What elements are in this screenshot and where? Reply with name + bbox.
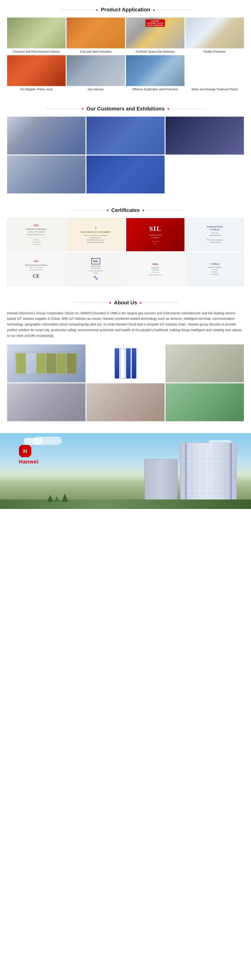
product-img-fire xyxy=(7,55,66,86)
product-app-grid-container: Chemical and Petrochemical Industry Coal… xyxy=(0,18,251,99)
product-img-confined: DANGERCONFINED SPACEWORK REQUIRED xyxy=(126,18,185,48)
cert-left-line xyxy=(70,210,106,210)
certificates-grid-container: SGS Certificate of Conformance Gas Detec… xyxy=(0,218,251,293)
cert-right-diamond: ◆ xyxy=(142,209,144,212)
about-photo-6 xyxy=(166,383,244,421)
product-label-gas: Gas Industry xyxy=(87,86,105,92)
exh-right-line xyxy=(170,108,206,109)
product-item-coal: Coal and Steel Industries xyxy=(66,18,125,54)
cert-doc-3: SIL Functional SafetyCertificate IEC 615… xyxy=(147,224,163,246)
exhibition-item-6 xyxy=(166,156,244,193)
certificates-bottom-row: SGS Type Examination Certificate Product… xyxy=(7,253,244,286)
hanwei-logo: H Hanwei xyxy=(19,445,39,465)
header-line-right: ◆ xyxy=(153,8,191,11)
header-line-left: ◆ xyxy=(60,8,98,11)
cert-header-line-right: ◆ xyxy=(142,209,181,212)
exh-left-diamond: ◆ xyxy=(82,107,84,110)
product-application-title: Product Application xyxy=(101,6,150,13)
right-line xyxy=(156,10,191,10)
about-photos-bottom xyxy=(7,383,244,421)
product-item-water: Water and Sewage Treatment Plants xyxy=(185,55,244,92)
certificates-header: ◆ Certificates ◆ xyxy=(0,200,251,218)
product-item-offshore: Offshore Exploration and Production xyxy=(126,55,185,92)
product-img-offshore xyxy=(126,55,185,86)
exh-right-diamond: ◆ xyxy=(167,107,169,110)
certificate-item-4: Functional SafetyCertificate TÜV SÜD Cer… xyxy=(186,218,244,251)
product-img-water xyxy=(185,55,244,86)
product-label-chemical: Chemical and Petrochemical Industry xyxy=(12,48,61,54)
exhibition-item-3 xyxy=(166,117,244,154)
exhibitions-header: ◆ Our Customers and Exhibitions ◆ xyxy=(0,99,251,117)
product-application-section: ◆ Product Application ◆ Chemical and Pet… xyxy=(0,0,251,99)
certificate-item-1: SGS Certificate of Conformance Gas Detec… xyxy=(7,218,65,251)
logo-text: Hanwei xyxy=(19,459,39,465)
about-left-diamond: ◆ xyxy=(109,301,111,304)
building-image: H Hanwei xyxy=(0,433,251,509)
cert-doc-1: SGS Certificate of Conformance Gas Detec… xyxy=(25,223,47,247)
exh-header-line-left: ◆ xyxy=(45,107,84,110)
cert-doc-7: FDA RegistrationCertificate U.S. Food &D… xyxy=(147,261,163,277)
exh-left-line xyxy=(45,108,81,109)
product-img-facility xyxy=(185,18,244,48)
product-item-chemical: Chemical and Petrochemical Industry xyxy=(7,18,66,54)
cert-right-line xyxy=(145,210,181,210)
product-label-coal: Coal and Steel Industries xyxy=(79,48,112,54)
product-item-fire: Fire Brigade, Police, Army xyxy=(7,55,66,92)
certificate-item-3: SIL Functional SafetyCertificate IEC 615… xyxy=(126,218,185,251)
product-item-gas: Gas Industry xyxy=(66,55,125,92)
exh-header-line-right: ◆ xyxy=(167,107,206,110)
cert-left-diamond: ◆ xyxy=(107,209,109,212)
product-label-offshore: Offshore Exploration and Production xyxy=(131,86,179,92)
logo-symbol: H xyxy=(23,448,27,454)
about-photo-1 xyxy=(7,344,85,382)
product-label-facility: Facility Protection xyxy=(202,48,227,54)
cert-doc-6: bsi. CERTIFICATE ISO 9001:2015 Quality M… xyxy=(88,257,104,282)
product-grid: Chemical and Petrochemical Industry Coal… xyxy=(7,18,244,92)
product-item-confined: DANGERCONFINED SPACEWORK REQUIRED Confin… xyxy=(126,18,185,54)
product-img-coal xyxy=(66,18,125,48)
about-us-header: ◆ About Us ◆ xyxy=(0,293,251,310)
cert-doc-5: SGS Type Examination Certificate Product… xyxy=(24,259,48,280)
about-photo-3 xyxy=(166,344,244,382)
left-line xyxy=(60,10,95,10)
about-us-section: ◆ About Us ◆ Hanwei Electronics Group Co… xyxy=(0,293,251,428)
cert-doc-2: ⚜ ATTESTATION OF CONFORMITY This is to c… xyxy=(80,224,112,245)
about-photo-2 xyxy=(87,344,165,382)
product-item-facility: Facility Protection xyxy=(185,18,244,54)
about-photos-top xyxy=(7,344,244,382)
cert-header-line-left: ◆ xyxy=(70,209,109,212)
about-left-line xyxy=(73,302,108,303)
exhibition-item-1 xyxy=(7,117,85,154)
certificate-item-2: ⚜ ATTESTATION OF CONFORMITY This is to c… xyxy=(67,218,125,251)
cert-doc-4: Functional SafetyCertificate TÜV SÜD Cer… xyxy=(205,224,224,244)
exhibition-item-5 xyxy=(87,156,165,193)
product-img-gas xyxy=(66,55,125,86)
building-section: H Hanwei xyxy=(0,433,251,509)
product-label-fire: Fire Brigade, Police, Army xyxy=(19,86,54,92)
product-img-chemical xyxy=(7,18,66,48)
certificate-item-5: SGS Type Examination Certificate Product… xyxy=(7,253,65,286)
about-photo-5 xyxy=(87,383,165,421)
certificates-top-row: SGS Certificate of Conformance Gas Detec… xyxy=(7,218,244,251)
exhibitions-grid-container xyxy=(0,117,251,200)
about-right-line xyxy=(143,302,178,303)
certificates-section: ◆ Certificates ◆ SGS Certificate of Conf… xyxy=(0,200,251,293)
cert-doc-8: Certificate Approval Certificate Technic… xyxy=(207,262,223,277)
left-diamond: ◆ xyxy=(96,8,98,11)
right-diamond: ◆ xyxy=(153,8,155,11)
about-photo-4 xyxy=(7,383,85,421)
about-header-line-left: ◆ xyxy=(73,301,111,304)
certificates-title: Certificates xyxy=(111,207,140,213)
certificate-item-6: bsi. CERTIFICATE ISO 9001:2015 Quality M… xyxy=(67,253,125,286)
product-label-confined: Confined Space Gas Detection xyxy=(135,48,176,54)
exhibition-item-2 xyxy=(87,117,165,154)
about-header-line-right: ◆ xyxy=(140,301,178,304)
about-right-diamond: ◆ xyxy=(140,301,142,304)
product-label-water: Water and Sewage Treatment Plants xyxy=(191,86,239,92)
product-application-header: ◆ Product Application ◆ xyxy=(0,0,251,18)
about-us-content: Hanwei Electronics Group Corporation (St… xyxy=(0,310,251,428)
about-us-title: About Us xyxy=(114,300,137,306)
exhibitions-section: ◆ Our Customers and Exhibitions ◆ xyxy=(0,99,251,200)
exhibitions-title: Our Customers and Exhibitions xyxy=(87,106,164,112)
exhibition-item-4 xyxy=(7,156,85,193)
